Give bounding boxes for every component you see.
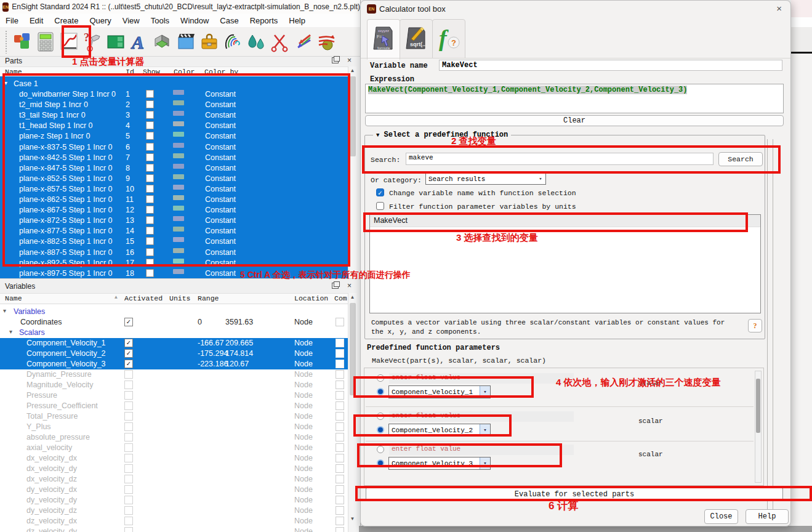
vector-arrows-icon[interactable] (292, 29, 313, 55)
vars-col-complex[interactable]: Com (334, 294, 347, 302)
complex-checkbox[interactable] (336, 433, 344, 441)
complex-checkbox[interactable] (336, 506, 344, 515)
scroll-down-icon[interactable]: ▼ (348, 272, 356, 277)
variable-row[interactable]: absolute_pressureNode (0, 432, 348, 443)
category-dropdown[interactable]: Search results ▾ (425, 173, 546, 185)
complex-checkbox[interactable] (336, 454, 344, 462)
part-row[interactable]: do_windbarrier Step 1 Incr 01Constant (0, 89, 348, 100)
clip-icon[interactable] (268, 29, 290, 55)
expression-box[interactable]: MakeVect(Component_Velocity_1,Component_… (365, 84, 784, 113)
variables-float-icon[interactable] (332, 283, 339, 289)
plot-icon[interactable] (58, 29, 79, 55)
menu-file[interactable]: File (0, 15, 24, 26)
scroll-up-icon[interactable]: ▲ (348, 294, 356, 300)
part-row[interactable]: t1_head Step 1 Incr 04Constant (0, 121, 348, 131)
complex-checkbox[interactable] (336, 318, 344, 326)
change-name-checkbox[interactable]: ✓ (376, 188, 384, 196)
part-row[interactable]: plane-x-897-5 Step 1 Incr 018Constant (0, 268, 348, 278)
predefined-function-group-title[interactable]: ▼ Select a predefined function (373, 131, 511, 139)
part-show-checkbox[interactable] (146, 90, 154, 98)
part-row[interactable]: plane-x-867-5 Step 1 Incr 012Constant (0, 205, 348, 216)
search-input[interactable]: makeve (406, 153, 714, 165)
help-button[interactable]: Help (746, 509, 789, 524)
parts-col-show[interactable]: Show (143, 68, 160, 76)
complex-checkbox[interactable] (336, 381, 344, 389)
chevron-down-icon[interactable]: ▾ (480, 424, 490, 436)
complex-checkbox[interactable] (336, 349, 344, 358)
part-show-checkbox[interactable] (146, 100, 154, 108)
activated-checkbox[interactable] (124, 433, 133, 441)
vars-col-name[interactable]: Name (5, 294, 22, 302)
complex-checkbox[interactable] (336, 360, 344, 368)
activated-checkbox[interactable] (124, 454, 133, 462)
part-row[interactable]: plane-x-847-5 Step 1 Incr 08Constant (0, 163, 348, 174)
function-help-button[interactable]: ? (748, 319, 762, 332)
params-scroll-thumb[interactable] (756, 379, 760, 433)
part-show-checkbox[interactable] (146, 269, 154, 277)
part-row[interactable]: plane-x-837-5 Step 1 Incr 06Constant (0, 142, 348, 153)
activated-checkbox[interactable] (124, 412, 133, 421)
variables-close-icon[interactable]: × (347, 283, 352, 289)
activated-checkbox[interactable] (124, 381, 133, 389)
activated-checkbox[interactable]: ✓ (124, 318, 133, 326)
complex-checkbox[interactable] (336, 422, 344, 431)
menu-edit[interactable]: Edit (24, 15, 49, 26)
streamline-icon[interactable] (315, 29, 337, 55)
variable-row[interactable]: Pressure_CoefficientNode (0, 401, 348, 411)
variable-row[interactable]: Y_PlusNode (0, 422, 348, 432)
menu-reports[interactable]: Reports (244, 15, 284, 26)
variable-group-row[interactable]: ▾Scalars (0, 328, 348, 338)
float-placeholder[interactable]: enter float value (389, 445, 574, 455)
variable-row[interactable]: dz_velocity_dyNode (0, 526, 348, 532)
variable-name-input[interactable]: MakeVect (439, 60, 782, 71)
menu-view[interactable]: View (117, 15, 145, 26)
complex-checkbox[interactable] (336, 527, 344, 532)
menu-case[interactable]: Case (214, 15, 244, 26)
parts-scrollbar[interactable]: ▲ ▼ (348, 66, 356, 278)
parts-col-colorby[interactable]: Color by (204, 68, 238, 76)
activated-checkbox[interactable] (124, 464, 133, 473)
parts-puzzle-icon[interactable] (11, 29, 33, 55)
float-placeholder[interactable]: enter float value (389, 411, 574, 422)
viewport-icon[interactable] (105, 29, 126, 55)
part-row[interactable]: plane-x-852-5 Step 1 Incr 09Constant (0, 174, 348, 184)
variable-row[interactable]: dy_velocity_dyNode (0, 495, 348, 506)
activated-checkbox[interactable] (124, 527, 133, 532)
part-show-checkbox[interactable] (146, 164, 154, 172)
params-scrollbar[interactable] (755, 371, 762, 483)
activated-checkbox[interactable] (124, 391, 133, 400)
contour-icon[interactable] (222, 29, 243, 55)
query-icon[interactable]: ? (81, 29, 103, 55)
variable-row[interactable]: Magnitude_VelocityNode (0, 380, 348, 390)
parts-col-id[interactable]: Id (126, 68, 134, 76)
activated-checkbox[interactable]: ✓ (124, 349, 133, 358)
parts-scroll-thumb[interactable] (350, 76, 356, 156)
evaluate-button[interactable]: Evaluate for selected parts (366, 488, 783, 501)
menu-tools[interactable]: Tools (145, 15, 175, 26)
part-show-checkbox[interactable] (146, 248, 154, 256)
complex-checkbox[interactable] (336, 391, 344, 400)
part-show-checkbox[interactable] (146, 259, 154, 267)
part-show-checkbox[interactable] (146, 195, 154, 203)
parts-float-icon[interactable] (332, 57, 339, 63)
part-show-checkbox[interactable] (146, 153, 154, 161)
collapse-arrow-icon[interactable]: ▼ (376, 132, 379, 139)
part-row[interactable]: t3_tail Step 1 Incr 03Constant (0, 110, 348, 121)
part-show-checkbox[interactable] (146, 111, 154, 119)
variable-row[interactable]: dy_velocity_dzNode (0, 506, 348, 516)
part-show-checkbox[interactable] (146, 216, 154, 224)
complex-checkbox[interactable] (336, 339, 344, 347)
variable-radio[interactable] (377, 426, 384, 433)
sqrt-tab[interactable]: sqrt(.. (400, 19, 433, 58)
activated-checkbox[interactable]: ✓ (124, 360, 133, 368)
part-row[interactable]: plane-x-872-5 Step 1 Incr 013Constant (0, 216, 348, 226)
parts-col-color[interactable]: Color (174, 68, 195, 76)
param-variable-dropdown[interactable]: Component_Velocity_3▾ (388, 457, 491, 470)
variable-row[interactable]: dx_velocity_dzNode (0, 474, 348, 485)
activated-checkbox[interactable] (124, 496, 133, 504)
part-show-checkbox[interactable] (146, 132, 154, 140)
float-placeholder[interactable]: enter float value (389, 373, 574, 384)
complex-checkbox[interactable] (336, 464, 344, 473)
chevron-down-icon[interactable]: ▾ (480, 386, 490, 398)
variable-row[interactable]: Coordinates✓03591.63Node (0, 317, 348, 328)
